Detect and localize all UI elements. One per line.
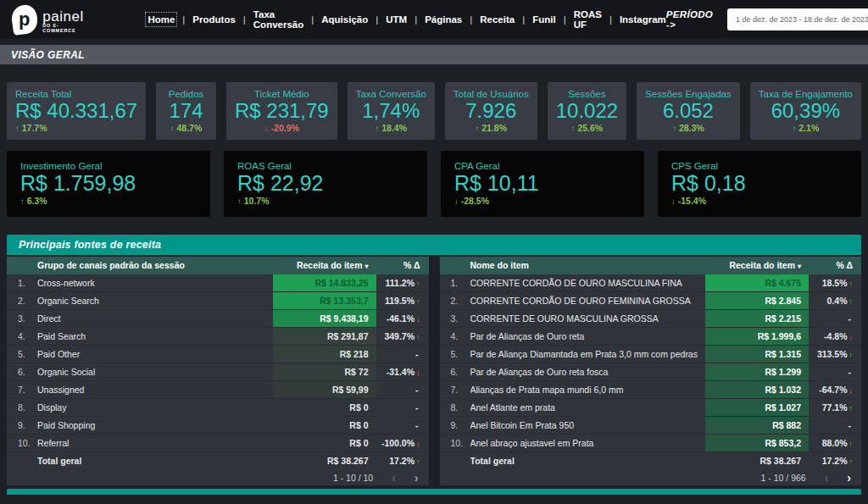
row-name: Par de Alianças de Ouro reta bbox=[470, 328, 706, 345]
column-header-delta[interactable]: % Δ bbox=[376, 257, 429, 274]
trend-arrow-icon: ↑ bbox=[849, 457, 854, 466]
pagination-next-icon[interactable]: › bbox=[415, 470, 419, 485]
nav-item[interactable]: Aquisição bbox=[321, 14, 386, 25]
row-name: CORRENTE CORDÃO DE OURO MASCULINA FINA bbox=[470, 274, 706, 291]
trend-arrow-icon: ↓ bbox=[416, 368, 420, 377]
nav-item-label[interactable]: Produtos bbox=[192, 14, 235, 25]
nav-item[interactable]: Receita bbox=[480, 14, 532, 25]
nav-item-label[interactable]: Funil bbox=[532, 14, 555, 25]
kpi-value: R$ 231,79 bbox=[235, 99, 329, 122]
trend-arrow-icon: ↓ bbox=[416, 440, 420, 448]
pagination-next-icon[interactable]: › bbox=[847, 470, 851, 485]
row-name: Paid Shopping bbox=[37, 417, 273, 434]
kpi-delta-value: -15.4% bbox=[678, 196, 706, 206]
row-delta-value: -4.8% bbox=[824, 331, 847, 341]
trend-arrow-icon: ↓ bbox=[849, 386, 854, 395]
nav-item-label[interactable]: Receita bbox=[480, 14, 515, 25]
row-rank: 8. bbox=[7, 399, 37, 416]
row-delta: - bbox=[809, 363, 861, 380]
logo-letter: p bbox=[19, 8, 30, 30]
brand-name: painel bbox=[42, 10, 86, 23]
row-revenue-heat-cell: R$ 1.027 bbox=[705, 399, 809, 416]
nav-item[interactable]: Taxa Conversão bbox=[253, 9, 321, 30]
kpi-value: R$ 10,11 bbox=[454, 171, 631, 195]
row-revenue-heat-cell: R$ 882 bbox=[705, 417, 809, 434]
kpi-card: Receita Total R$ 40.331,67 ↑17.7% bbox=[7, 82, 146, 140]
nav-item-label[interactable]: Páginas bbox=[425, 14, 462, 25]
row-delta-value: -31.4% bbox=[387, 367, 415, 377]
nav-item-label[interactable]: ROAS UF bbox=[574, 9, 602, 30]
row-delta: 0.4%↑ bbox=[809, 292, 861, 309]
trend-arrow-icon: ↑ bbox=[20, 197, 25, 206]
row-delta-value: 313.5% bbox=[817, 349, 848, 359]
nav-item[interactable]: UTM bbox=[386, 14, 425, 25]
row-delta: 313.5%↑ bbox=[809, 346, 861, 363]
kpi-value: R$ 40.331,67 bbox=[15, 99, 137, 122]
revenue-section: Principais fontes de receita Grupo de ca… bbox=[7, 235, 861, 485]
row-delta-value: - bbox=[415, 402, 419, 413]
table-row: 2. CORRENTE CORDÃO DE OURO FEMININA GROS… bbox=[440, 292, 862, 310]
nav-item-label[interactable]: Taxa Conversão bbox=[253, 9, 303, 30]
row-delta: - bbox=[376, 399, 429, 416]
column-header-name[interactable]: Nome do item bbox=[470, 257, 706, 274]
trend-arrow-icon: ↑ bbox=[15, 124, 19, 133]
row-rank: 4. bbox=[440, 328, 470, 345]
nav-item-label[interactable]: Home bbox=[147, 14, 175, 25]
row-revenue-heat-cell: R$ 1.032 bbox=[705, 381, 809, 398]
row-rank: 3. bbox=[440, 310, 470, 327]
row-delta: -46.1%↓ bbox=[376, 310, 429, 327]
trend-arrow-icon: ↑ bbox=[237, 197, 242, 206]
kpi-delta-value: 48.7% bbox=[177, 123, 203, 133]
nav-item[interactable]: Páginas bbox=[425, 14, 480, 25]
kpi-card: Sessões 10.022 ↑25.6% bbox=[548, 82, 626, 140]
kpi-label: Sessões Engajadas bbox=[645, 89, 732, 99]
nav-item[interactable]: Produtos bbox=[192, 14, 253, 25]
total-label: Total geral bbox=[37, 452, 273, 470]
kpi-delta-value: 2.1% bbox=[798, 123, 819, 133]
row-name: Unassigned bbox=[37, 381, 273, 398]
table-row: 5. Par de Aliança Diamantada em Prata 3,… bbox=[440, 346, 862, 363]
table-row: 6. Organic Social R$ 72 -31.4%↓ bbox=[7, 363, 429, 381]
pagination-prev-icon[interactable]: ‹ bbox=[825, 470, 829, 485]
kpi-value: 10.022 bbox=[556, 99, 618, 122]
kpi-delta: ↓-20.9% bbox=[235, 123, 329, 133]
row-revenue-heat-cell: R$ 853,2 bbox=[705, 435, 809, 451]
kpi-value: R$ 22,92 bbox=[237, 171, 414, 195]
nav-item[interactable]: Home bbox=[147, 14, 192, 25]
row-rank: 7. bbox=[440, 381, 470, 398]
column-header-revenue[interactable]: Receita do item▾ bbox=[273, 257, 376, 274]
row-revenue-heat-cell: R$ 291,87 bbox=[273, 328, 376, 345]
row-rank: 10. bbox=[440, 435, 470, 451]
nav-item[interactable]: ROAS UF bbox=[574, 9, 620, 30]
trend-arrow-icon: ↑ bbox=[170, 124, 175, 133]
rank-column-spacer bbox=[7, 257, 37, 274]
row-delta: -4.8%↓ bbox=[809, 328, 861, 345]
kpi-delta: ↑6.3% bbox=[20, 196, 197, 206]
nav-item-label[interactable]: Aquisição bbox=[321, 14, 368, 25]
nav-item-label[interactable]: Instagram bbox=[620, 14, 666, 25]
table-pagination: 1 - 10 / 966 ‹ › bbox=[440, 470, 862, 485]
row-rank: 1. bbox=[7, 274, 37, 291]
row-delta-value: 111.2% bbox=[386, 278, 415, 288]
main-nav: Home Produtos Taxa Conversão Aquisição U… bbox=[147, 9, 665, 30]
column-header-delta[interactable]: % Δ bbox=[809, 257, 861, 274]
pagination-prev-icon[interactable]: ‹ bbox=[392, 470, 396, 485]
column-header-revenue[interactable]: Receita do item▾ bbox=[705, 257, 809, 274]
trend-arrow-icon: ↑ bbox=[849, 297, 854, 306]
table-row: 3. Direct R$ 9.438,19 -46.1%↓ bbox=[7, 310, 429, 328]
row-rank: 5. bbox=[7, 346, 37, 363]
nav-item[interactable]: Instagram bbox=[620, 14, 666, 25]
nav-item-label[interactable]: UTM bbox=[386, 14, 407, 25]
row-delta-value: 119.5% bbox=[385, 296, 415, 306]
row-revenue-heat-cell: R$ 1.999,6 bbox=[705, 328, 809, 345]
row-name: CORRENTE CORDÃO DE OURO FEMININA GROSSA bbox=[470, 292, 706, 309]
column-header-name[interactable]: Grupo de canais padrão da sessão bbox=[37, 257, 273, 274]
row-revenue-heat-cell: R$ 0 bbox=[273, 435, 376, 451]
kpi-card: Investimento Geral R$ 1.759,98 ↑6.3% bbox=[7, 151, 210, 217]
date-range-picker[interactable]: 1 de dez. de 2023 - 18 de dez. de 2023 ▼ bbox=[727, 8, 868, 30]
nav-item[interactable]: Funil bbox=[532, 14, 573, 25]
date-range-value[interactable]: 1 de dez. de 2023 - 18 de dez. de 2023 bbox=[736, 15, 868, 24]
kpi-delta-value: -28.5% bbox=[461, 196, 489, 206]
total-label: Total geral bbox=[470, 452, 706, 470]
table-row: 4. Paid Search R$ 291,87 349.7%↑ bbox=[7, 328, 429, 346]
